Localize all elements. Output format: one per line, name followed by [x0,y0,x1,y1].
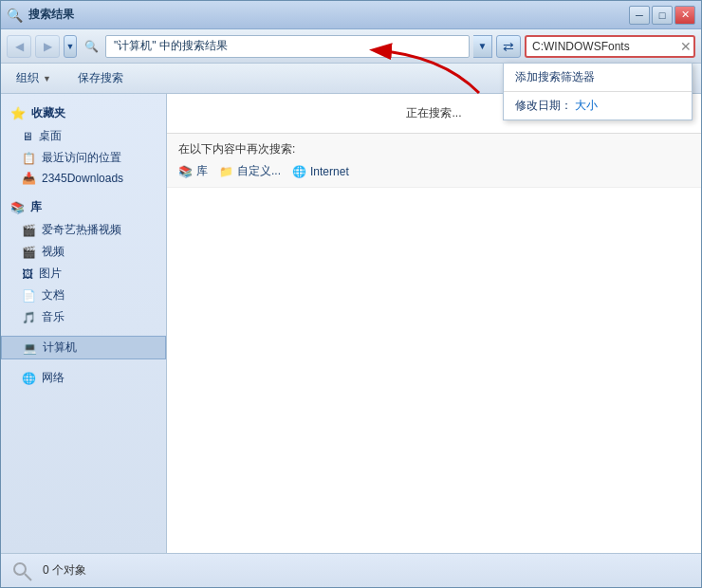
organize-button[interactable]: 组织 ▼ [10,68,57,88]
library-icon [10,201,25,214]
iqiyi-icon [22,224,36,237]
sidebar-item-doc[interactable]: 文档 [1,285,166,306]
computer-icon [23,341,37,355]
sidebar-network-section: 网络 [1,367,166,389]
window-title: 搜索结果 [28,7,74,23]
search-again-internet-label: Internet [310,165,349,178]
search-icon [10,560,33,582]
modify-date-item[interactable]: 修改日期： 大小 [504,92,692,119]
sidebar-item-network[interactable]: 网络 [1,367,166,389]
organize-label: 组织 [16,70,39,86]
sidebar-item-computer[interactable]: 计算机 [1,336,166,359]
sidebar-item-video[interactable]: 视频 [1,241,166,263]
search-again-internet[interactable]: 🌐 Internet [292,165,349,178]
modify-date-label: 修改日期： [515,99,572,112]
desktop-icon [22,130,33,143]
forward-button[interactable]: ▶ [35,35,60,58]
titlebar-controls: ─ □ ✕ [629,6,695,25]
sidebar-network-label: 网络 [42,370,65,386]
titlebar-left: 🔍 搜索结果 [7,7,74,23]
video-icon [22,246,36,259]
recent-icon [22,152,36,165]
back-button[interactable]: ◀ [7,35,31,58]
search-again-custom-label: 自定义... [237,163,281,179]
library-label: 库 [30,199,42,215]
search-clear-button[interactable]: ✕ [680,39,692,54]
search-small-icon: 🔍 [81,36,102,57]
main-area: 收藏夹 桌面 最近访问的位置 2345Downloads [1,94,701,553]
search-again-bar: 在以下内容中再次搜索: 📚 库 📁 自定义... 🌐 Internet [167,134,701,188]
download-icon [22,172,36,185]
sidebar-computer-section: 计算机 [1,336,166,359]
refresh-button[interactable]: ⇄ [496,35,521,58]
sidebar-doc-label: 文档 [42,287,65,303]
sidebar-item-music[interactable]: 音乐 [1,306,166,328]
add-filter-label: 添加搜索筛选器 [515,70,595,83]
organize-dropdown-arrow: ▼ [43,74,51,83]
statusbar: 0 个对象 [1,553,701,587]
search-again-title: 在以下内容中再次搜索: [178,141,690,157]
minimize-button[interactable]: ─ [629,6,650,25]
sidebar-item-iqiyi[interactable]: 爱奇艺热播视频 [1,219,166,241]
address-field[interactable]: "计算机" 中的搜索结果 [105,35,470,58]
search-filter-dropdown: 添加搜索筛选器 修改日期： 大小 [503,63,693,120]
content-body [167,188,701,553]
statusbar-count: 0 个对象 [43,562,86,579]
doc-icon [22,289,36,303]
titlebar: 🔍 搜索结果 ─ □ ✕ [1,1,701,29]
folder-icon-small: 📁 [219,165,233,178]
sidebar-desktop-label: 桌面 [39,128,62,144]
lib-icon-small: 📚 [178,165,193,178]
svg-line-1 [25,574,31,580]
sidebar-video-label: 视频 [42,244,65,260]
sidebar-item-desktop[interactable]: 桌面 [1,125,166,147]
search-again-lib[interactable]: 📚 库 [178,163,208,179]
network-icon [22,372,36,385]
search-again-items: 📚 库 📁 自定义... 🌐 Internet [178,163,690,179]
size-link[interactable]: 大小 [575,99,598,112]
favorites-label: 收藏夹 [31,105,65,121]
sidebar-library-header[interactable]: 库 [1,195,166,219]
sidebar-item-image[interactable]: 图片 [1,263,166,285]
sidebar-item-downloads[interactable]: 2345Downloads [1,169,166,188]
image-icon [22,267,33,281]
sidebar-favorites-section: 收藏夹 桌面 最近访问的位置 2345Downloads [1,101,166,188]
svg-point-0 [14,563,26,575]
content-area: 正在搜索... 在以下内容中再次搜索: 📚 库 📁 自定义... [167,94,701,553]
maximize-button[interactable]: □ [652,6,673,25]
sidebar-downloads-label: 2345Downloads [42,172,123,185]
search-again-custom[interactable]: 📁 自定义... [219,163,281,179]
sidebar: 收藏夹 桌面 最近访问的位置 2345Downloads [1,94,167,553]
sidebar-recent-label: 最近访问的位置 [42,150,121,166]
search-box-container: ✕ [525,35,695,58]
music-icon [22,311,36,324]
window-icon: 🔍 [7,8,23,23]
internet-icon-small: 🌐 [292,165,306,178]
address-dropdown-button[interactable]: ▼ [473,35,492,58]
addressbar: ◀ ▶ ▼ 🔍 "计算机" 中的搜索结果 ▼ ⇄ ✕ [1,29,701,64]
sidebar-library-section: 库 爱奇艺热播视频 视频 图片 [1,195,166,328]
save-search-label: 保存搜索 [78,70,123,86]
sidebar-favorites-header[interactable]: 收藏夹 [1,101,166,125]
search-again-lib-label: 库 [196,163,208,179]
close-button[interactable]: ✕ [674,6,695,25]
searching-text: 正在搜索... [406,106,461,119]
sidebar-iqiyi-label: 爱奇艺热播视频 [42,222,121,238]
sidebar-image-label: 图片 [39,266,62,282]
search-input[interactable] [525,35,695,58]
sidebar-item-recent[interactable]: 最近访问的位置 [1,147,166,169]
sidebar-music-label: 音乐 [42,309,65,325]
add-filter-item[interactable]: 添加搜索筛选器 [504,64,692,91]
star-icon [10,106,26,120]
sidebar-computer-label: 计算机 [43,340,77,356]
address-text: "计算机" 中的搜索结果 [114,38,228,54]
save-search-button[interactable]: 保存搜索 [72,68,129,88]
dropdown-arrow-button[interactable]: ▼ [64,35,77,58]
